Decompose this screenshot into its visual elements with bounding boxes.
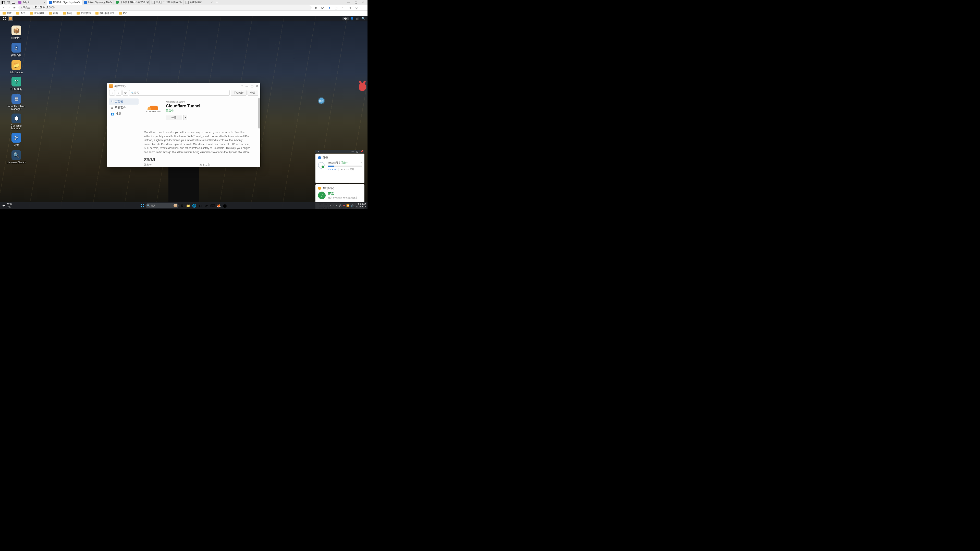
tab-alist[interactable]: 主页 | 小雅的分类 Alist✕ [150,0,183,5]
publisher-link[interactable]: SynoCommunity [200,167,218,167]
sync-icon[interactable]: ↻ [313,6,319,10]
taskbar-app-folder[interactable]: 🗂 [197,203,203,208]
widget-restore-button[interactable]: ◱ [356,150,359,153]
add-widget-button[interactable]: + [317,150,320,153]
refresh-button[interactable]: ⟳ [12,6,17,10]
desktop-icon-xunlei[interactable]: 🕊迅雷 [6,133,27,147]
close-icon[interactable]: ✕ [44,1,46,4]
search-icon[interactable]: 🔍 [360,17,366,21]
minimize-button[interactable]: — [345,1,352,4]
favorites-icon[interactable]: ✧ [340,6,346,10]
bookmark-folder[interactable]: 群辉 [49,11,58,15]
bookmark-folder[interactable]: P图 [119,11,127,15]
taskbar-clock[interactable]: 上午 08:43 2024/9/15 [355,203,366,208]
package-center-taskbar-icon[interactable] [8,16,13,21]
scrollbar[interactable] [258,97,260,167]
desktop-icon-container[interactable]: ⬢Container Manager [6,114,27,130]
sidebar-item-community[interactable]: 👥社群 [109,111,138,117]
favorite-icon[interactable]: ★ [327,6,332,10]
tab-newtab[interactable]: 新建标签页✕ [183,0,214,5]
assistant-mascot-icon[interactable] [359,83,366,91]
read-aloud-icon[interactable]: A⁺ [320,6,325,10]
start-button[interactable] [140,203,145,208]
bookmark-folder[interactable]: 办公 [16,11,25,15]
tab-nas-article[interactable]: 【免费】NAS外网安全访问！无需…✕ [114,0,150,5]
tab-luke[interactable]: luke - Synology NAS✕ [82,0,114,5]
tab-actions-icon[interactable]: ▭ [11,0,15,4]
taskbar-app-store[interactable]: 🛍 [204,203,209,208]
tray-chevron-icon[interactable]: ^ [330,204,331,207]
tray-onedrive-icon[interactable]: ☁ [332,204,334,207]
weather-icon: 🌧 [2,203,6,208]
bookmark-folder[interactable]: 影视资源 [76,11,91,15]
main-menu-button[interactable] [2,16,7,21]
bookmark-folder[interactable]: 系统 [3,11,12,15]
tray-wifi-icon[interactable]: 📶 [346,204,349,207]
extensions-icon[interactable]: ⚙ [354,6,360,10]
close-icon[interactable]: ✕ [79,1,81,4]
sidebar-item-all[interactable]: ▦所有套件 [109,105,138,111]
chevron-right-icon[interactable]: › [361,161,362,164]
bookmark-folder[interactable]: 相机 [63,11,72,15]
desktop-icon-help[interactable]: ?DSM 说明 [6,77,27,91]
search-input[interactable]: 🔍 搜索 [129,90,230,96]
system-tray[interactable]: ^ ☁ A 英 ▰ 📶 🔊 上午 08:43 2024/9/15 [330,203,368,208]
window-titlebar[interactable]: 套件中心 ? — ▢ ✕ [107,83,260,89]
taskbar-app-terminal[interactable]: ⌨ [210,203,215,208]
close-window-button[interactable]: ✕ [360,1,366,4]
close-icon[interactable]: ✕ [180,1,182,4]
taskbar-app-explorer[interactable]: 📁 [185,203,191,208]
weather-widget[interactable]: 🌧 20°C小雨 [0,203,14,209]
manual-install-button[interactable]: 手动安装 [231,90,247,96]
maximize-button[interactable]: ▢ [352,1,360,4]
tab-jellyfin[interactable]: Jellyfin✕ [16,0,47,5]
user-icon[interactable]: 👤 [349,17,355,21]
back-button[interactable]: ← [2,6,6,10]
tray-volume-icon[interactable]: 🔊 [351,204,353,207]
bookmark-folder[interactable]: 本地服务web [95,11,115,15]
close-button[interactable]: ✕ [256,84,258,88]
taskbar-app-edge[interactable]: 🌐 [191,203,197,208]
taskbar-app-obs[interactable]: ⬤ [222,203,228,208]
minimize-button[interactable]: — [245,84,248,88]
nav-back-button[interactable]: ‹ [109,90,115,96]
action-dropdown-button[interactable]: ▾ [183,115,187,120]
desktop-icon-package-center[interactable]: 📦套件中心 [6,25,27,40]
new-tab-button[interactable]: + [214,0,220,4]
task-view-button[interactable]: ⧉ [179,203,185,208]
url-input[interactable]: ⚠ 不安全 | 192.168.0.17:5000 [18,5,312,10]
feedback-button[interactable]: 💬 [342,17,348,21]
menu-icon[interactable]: ⋯ [360,6,366,10]
taskbar-search[interactable]: 🔍搜索 [145,203,179,208]
close-icon[interactable]: ✕ [110,1,113,4]
taskbar-app-firefox[interactable]: 🦊 [216,203,221,208]
settings-button[interactable]: 设置 [248,90,258,96]
desktop-icon-file-station[interactable]: 📁File Station [6,60,27,74]
stop-button[interactable]: 停用 [166,115,182,120]
tray-ime-icon[interactable]: A [336,204,338,207]
collections-icon[interactable]: ⊞ [347,6,352,10]
desktop-icon-search[interactable]: 🔍Universal Search [6,150,27,164]
desktop-icon-control-panel[interactable]: 🎚控制面板 [6,43,27,57]
workspaces-icon[interactable]: ◲ [6,0,10,4]
forward-button[interactable]: → [6,6,12,10]
profile-icon[interactable]: ◧ [1,0,5,4]
refresh-button[interactable]: ⟳ [123,90,128,96]
widgets-icon[interactable]: ◫ [355,17,360,21]
timer-badge[interactable]: 01:27 [318,98,324,103]
close-icon[interactable]: ✕ [146,1,148,4]
storage-widget[interactable]: 存储 存储空间 1 (良好) › 154.6 GB | 794.9 GB 可用 [315,154,364,183]
maximize-button[interactable]: ▢ [251,84,253,88]
desktop-icon-vmm[interactable]: 🖥Virtual Machine Manager [6,94,27,110]
widget-minimize-button[interactable]: — [351,150,354,153]
tray-security-icon[interactable]: ▰ [343,204,345,207]
sidebar-item-installed[interactable]: ⬇已安装 [109,98,138,105]
developer-link[interactable]: Maksim Karasev [144,167,163,167]
tab-ds224[interactable]: DS224 - Synology NAS✕ [47,0,82,5]
widget-pin-button[interactable]: 📌 [360,150,363,153]
help-button[interactable]: ? [242,84,243,88]
close-icon[interactable]: ✕ [211,1,213,4]
bookmark-folder[interactable]: 常用网址 [30,11,45,15]
split-screen-icon[interactable]: ◫ [333,6,339,10]
tray-input-icon[interactable]: 英 [339,204,342,207]
